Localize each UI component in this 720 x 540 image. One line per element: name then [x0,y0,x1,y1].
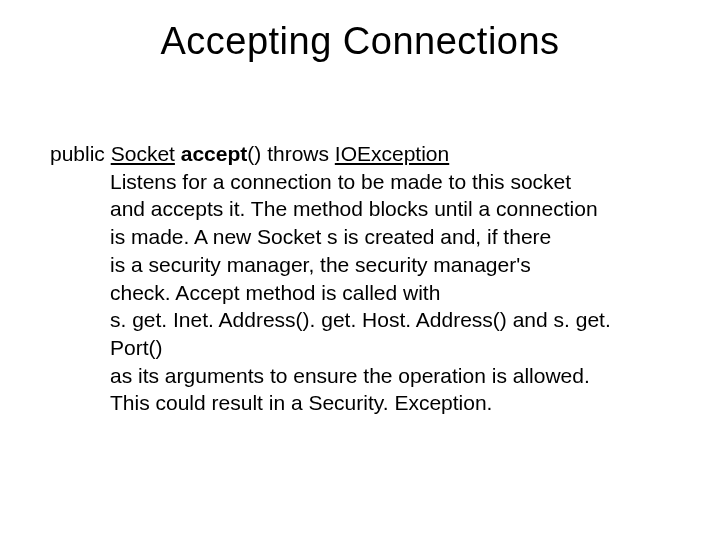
desc-line: check. Accept method is called with [110,279,650,307]
slide: Accepting Connections public Socket acce… [0,0,720,540]
desc-line: as its arguments to ensure the operation… [110,362,650,390]
parens: () [247,142,267,165]
page-title: Accepting Connections [0,20,720,63]
desc-line: is a security manager, the security mana… [110,251,650,279]
desc-line: This could result in a Security. Excepti… [110,389,650,417]
method-name: accept [181,142,248,165]
desc-line: and accepts it. The method blocks until … [110,195,650,223]
desc-line: s. get. Inet. Address(). get. Host. Addr… [110,306,650,361]
keyword-throws: throws [267,142,335,165]
body-text: public Socket accept() throws IOExceptio… [50,140,670,417]
keyword-public: public [50,142,111,165]
method-signature: public Socket accept() throws IOExceptio… [50,140,670,168]
desc-line: is made. A new Socket s is created and, … [110,223,650,251]
exception-type: IOException [335,142,449,165]
method-description: Listens for a connection to be made to t… [110,168,650,417]
desc-line: Listens for a connection to be made to t… [110,168,650,196]
return-type: Socket [111,142,175,165]
